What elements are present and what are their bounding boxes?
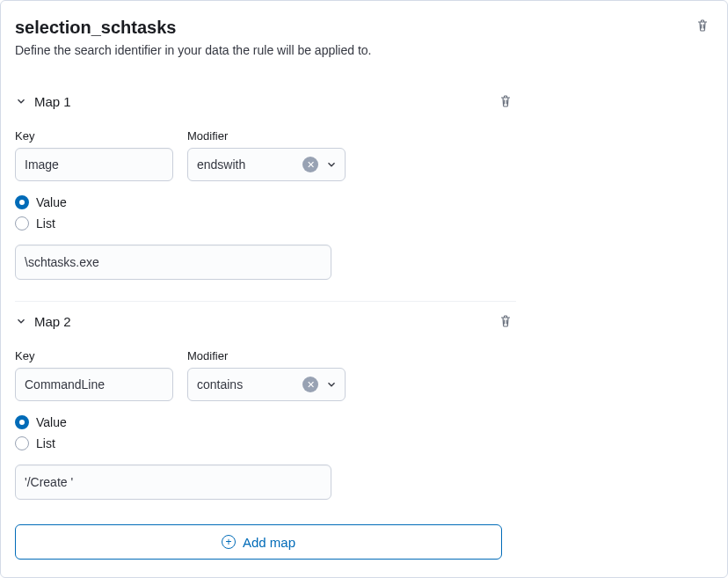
radio-indicator bbox=[15, 415, 29, 429]
panel-title: selection_schtasks bbox=[15, 17, 371, 38]
plus-circle-icon: + bbox=[222, 535, 236, 549]
key-input[interactable] bbox=[15, 368, 173, 401]
clear-modifier-button[interactable]: ✕ bbox=[302, 377, 318, 392]
add-map-button[interactable]: + Add map bbox=[15, 524, 502, 560]
radio-indicator bbox=[15, 195, 29, 209]
modifier-value: endswith bbox=[197, 157, 295, 172]
key-label: Key bbox=[15, 349, 173, 362]
chevron-down-icon bbox=[15, 315, 27, 327]
trash-icon bbox=[695, 18, 710, 33]
add-map-label: Add map bbox=[243, 535, 295, 550]
modifier-label: Modifier bbox=[187, 349, 346, 362]
key-input[interactable] bbox=[15, 148, 173, 181]
radio-label: Value bbox=[36, 415, 67, 429]
radio-indicator bbox=[15, 436, 29, 450]
map-toggle[interactable]: Map 1 bbox=[15, 94, 71, 109]
selection-panel: selection_schtasks Define the search ide… bbox=[0, 0, 728, 578]
chevron-down-icon bbox=[325, 378, 338, 391]
radio-indicator bbox=[15, 216, 29, 230]
key-label: Key bbox=[15, 129, 173, 143]
map-title: Map 2 bbox=[34, 314, 71, 329]
map-title: Map 1 bbox=[34, 94, 71, 109]
map-toggle[interactable]: Map 2 bbox=[15, 314, 71, 329]
delete-map-button[interactable] bbox=[495, 311, 516, 332]
modifier-combobox[interactable]: endswith ✕ bbox=[187, 148, 346, 181]
close-icon: ✕ bbox=[307, 380, 315, 390]
modifier-combobox[interactable]: contains ✕ bbox=[187, 368, 346, 401]
value-radio[interactable]: Value bbox=[15, 195, 516, 209]
modifier-label: Modifier bbox=[187, 129, 346, 143]
chevron-down-icon bbox=[325, 158, 338, 171]
delete-map-button[interactable] bbox=[495, 91, 516, 112]
chevron-down-icon bbox=[15, 95, 27, 107]
close-icon: ✕ bbox=[307, 160, 315, 170]
value-input[interactable] bbox=[15, 465, 331, 500]
list-radio[interactable]: List bbox=[15, 436, 516, 450]
radio-label: List bbox=[36, 436, 55, 450]
radio-label: List bbox=[36, 216, 55, 230]
trash-icon bbox=[499, 314, 513, 328]
delete-selection-button[interactable] bbox=[692, 15, 713, 36]
panel-subtitle: Define the search identifier in your dat… bbox=[15, 43, 371, 57]
map-block: Map 2 Key Modifier bbox=[15, 301, 516, 521]
modifier-value: contains bbox=[197, 377, 295, 391]
clear-modifier-button[interactable]: ✕ bbox=[302, 157, 318, 172]
value-input[interactable] bbox=[15, 245, 331, 280]
list-radio[interactable]: List bbox=[15, 216, 516, 230]
value-radio[interactable]: Value bbox=[15, 415, 516, 429]
radio-label: Value bbox=[36, 195, 67, 209]
map-block: Map 1 Key Modifier bbox=[15, 82, 516, 301]
trash-icon bbox=[499, 94, 513, 108]
